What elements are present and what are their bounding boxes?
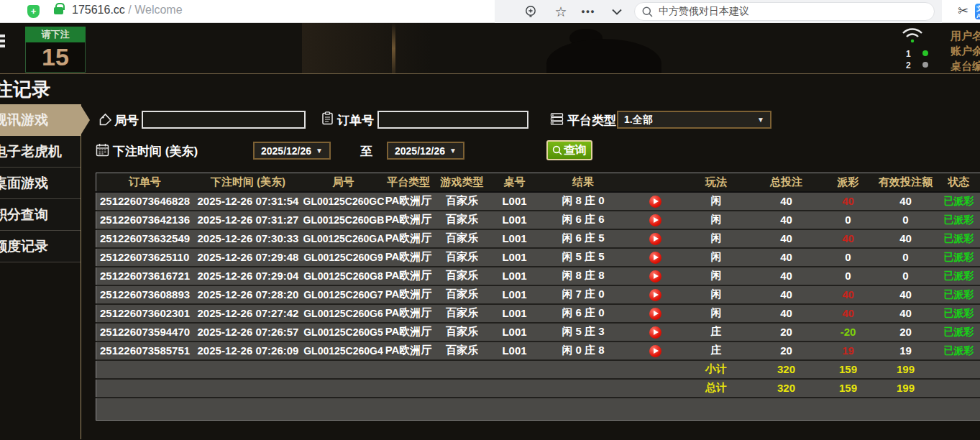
cell-replay (628, 229, 682, 248)
play-video-button[interactable] (649, 214, 661, 226)
line-2-label: 2 (906, 60, 911, 70)
play-video-button[interactable] (649, 289, 661, 301)
cell-status: 已派彩 (938, 229, 980, 248)
more-menu-icon[interactable]: ●●● (580, 3, 597, 20)
cell-game-type: 百家乐 (434, 285, 491, 304)
cell-platform: PA欧洲厅 (384, 285, 434, 304)
platform-list-icon (550, 112, 564, 126)
bet-records-page: 下注记录 视讯游戏 电子老虎机 桌面游戏 积分查询 额度记录 局号 订单号 (0, 74, 980, 439)
cell-bet-time: 2025-12-26 07:30:33 (193, 229, 303, 248)
date-to-picker[interactable]: 2025/12/26▼ (387, 142, 464, 160)
cell-replay (628, 211, 682, 229)
zoom-plus-icon[interactable] (522, 3, 539, 20)
dropdown-caret-icon: ▼ (316, 147, 323, 155)
play-video-button[interactable] (649, 308, 661, 320)
round-no-input[interactable] (142, 111, 306, 129)
account-info: 用户名称 账户余额 桌台编号 (951, 28, 980, 73)
bookmark-star-icon[interactable]: ☆ (552, 3, 569, 20)
cell-status: 已派彩 (938, 267, 980, 285)
lock-icon[interactable] (54, 7, 63, 14)
filter-form: 局号 订单号 平台类型 1.全部 ▼ 下注时间 (美东) 2025/1 (81, 104, 980, 173)
cell-play-type: 闲 (682, 285, 751, 304)
cell-payout: 40 (823, 304, 874, 323)
cell-result: 闲 7 庄 0 (539, 285, 628, 304)
cell-play-type: 闲 (682, 192, 751, 211)
sidebar-item-table-games[interactable]: 桌面游戏 (0, 168, 81, 199)
tag-icon (99, 113, 112, 127)
shield-plus-icon[interactable] (27, 5, 40, 18)
cell-table-no: L001 (491, 342, 539, 360)
account-info-line: 桌台编号 (951, 58, 980, 73)
cell-order-no: 251226073646828 (96, 192, 193, 211)
search-box[interactable]: 中方赞俄对日本建议 (634, 2, 935, 21)
cell-platform: PA欧洲厅 (384, 229, 434, 248)
cell-platform: PA欧洲厅 (384, 211, 434, 229)
cell-total-bet: 40 (751, 248, 823, 267)
total-row-label: 总计 (682, 379, 751, 398)
cell-platform: PA欧洲厅 (384, 267, 434, 285)
cell-table-no: L001 (491, 229, 539, 248)
translate-icon[interactable]: 文 A (975, 4, 980, 19)
cell-valid-bet: 0 (874, 248, 938, 267)
bet-record-row: 2512260736468282025-12-26 07:31:54GL0012… (96, 192, 980, 211)
total-row: 总计320159199 (96, 379, 980, 398)
cell-result: 闲 8 庄 0 (539, 192, 628, 211)
browser-bar: 175616.cc / Welcome ☆ ●●● 中方赞俄对日本建议 ✂ 文 … (0, 0, 980, 23)
cell-valid-bet: 19 (874, 342, 938, 360)
cell-order-no: 251226073625110 (96, 248, 193, 267)
cell-total-bet: 40 (751, 267, 823, 285)
cell-payout: 19 (823, 342, 874, 360)
address-bar[interactable]: 175616.cc / Welcome (72, 4, 183, 17)
chevron-down-icon[interactable] (608, 3, 626, 20)
cell-game-type: 百家乐 (434, 192, 491, 211)
play-video-button[interactable] (649, 326, 661, 339)
cell-total-bet: 40 (751, 211, 823, 229)
sidebar-item-video-games[interactable]: 视讯游戏 (0, 104, 81, 136)
cell-status: 已派彩 (938, 304, 980, 323)
play-video-button[interactable] (649, 345, 661, 357)
cell-valid-bet: 40 (874, 304, 938, 323)
cell-total-bet: 40 (751, 192, 823, 211)
sidebar-item-slot-machines[interactable]: 电子老虎机 (0, 136, 81, 168)
column-header-1: 下注时间 (美东) (193, 173, 303, 192)
cell-result: 闲 0 庄 8 (539, 342, 628, 360)
cell-round-no: GL00125C260GC (303, 192, 384, 211)
summary-spacer (96, 360, 682, 379)
cell-replay (628, 304, 682, 323)
play-video-button[interactable] (649, 270, 661, 283)
cell-platform: PA欧洲厅 (384, 248, 434, 267)
play-video-button[interactable] (649, 233, 661, 245)
cell-status: 已派彩 (938, 192, 980, 211)
platform-type-select[interactable]: 1.全部 ▼ (617, 111, 771, 129)
sidebar-item-credit-records[interactable]: 额度记录 (0, 231, 81, 262)
cell-round-no: GL00125C260GA (303, 229, 384, 248)
cell-valid-bet: 40 (874, 285, 938, 304)
cell-total-bet: 20 (751, 323, 823, 342)
summary-spacer (96, 379, 682, 398)
bet-record-row: 2512260736088932025-12-26 07:28:20GL0012… (96, 285, 980, 304)
scissors-icon[interactable]: ✂ (958, 3, 968, 19)
url-path: / Welcome (125, 4, 183, 16)
cell-replay (628, 248, 682, 267)
cell-total-bet: 40 (751, 285, 823, 304)
subtotal-row-payout: 159 (823, 360, 874, 379)
cell-play-type: 闲 (682, 229, 751, 248)
cell-order-no: 251226073642136 (96, 211, 193, 229)
cell-payout: 40 (823, 285, 874, 304)
main-panel: 局号 订单号 平台类型 1.全部 ▼ 下注时间 (美东) 2025/1 (81, 104, 980, 439)
cell-round-no: GL00125C260G7 (303, 285, 384, 304)
order-no-input[interactable] (377, 111, 528, 129)
total-row-valid-bet: 199 (874, 379, 938, 398)
play-video-button[interactable] (649, 252, 661, 264)
cell-round-no: GL00125C260G6 (303, 304, 384, 323)
cell-order-no: 251226073632549 (96, 229, 193, 248)
query-button[interactable]: 查询 (546, 140, 592, 160)
cell-table-no: L001 (491, 304, 539, 323)
cell-platform: PA欧洲厅 (384, 304, 434, 323)
cell-total-bet: 40 (751, 229, 823, 248)
cell-game-type: 百家乐 (434, 248, 491, 267)
sidebar-item-points-query[interactable]: 积分查询 (0, 199, 81, 231)
cell-round-no: GL00125C260G4 (303, 342, 384, 360)
date-from-picker[interactable]: 2025/12/26▼ (253, 142, 331, 160)
play-video-button[interactable] (649, 196, 661, 208)
